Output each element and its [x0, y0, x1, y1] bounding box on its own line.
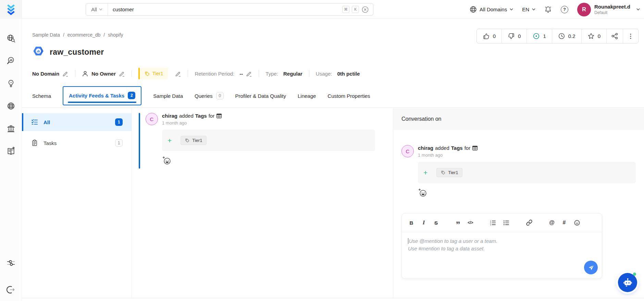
tab-lineage[interactable]: Lineage: [298, 93, 316, 99]
nav-insights[interactable]: [6, 78, 16, 89]
domain-value: No Domain: [32, 71, 59, 77]
conversation-tags-box: + Tier1: [418, 162, 636, 183]
pencil-icon: [175, 70, 181, 77]
breadcrumb: Sample Data / ecommerce_db / shopify: [32, 32, 123, 38]
tab-profiler[interactable]: Profiler & Data Quality: [235, 93, 286, 99]
breadcrumb-schema[interactable]: shopify: [108, 32, 123, 38]
thumbs-up-icon: [483, 32, 490, 40]
more-actions-button[interactable]: [623, 29, 638, 43]
edit-owner-button[interactable]: [119, 70, 125, 77]
tag-label: Tier1: [192, 138, 202, 143]
chevron-down-icon: [636, 8, 640, 11]
activity-content: All 1 Tasks 1 C: [22, 108, 644, 298]
feed-filter-all-label: All: [44, 119, 115, 125]
link-button[interactable]: [526, 219, 533, 226]
user-menu[interactable]: R Rounakpreet.d Default: [577, 3, 640, 16]
downvote-count: 0: [518, 33, 521, 39]
send-button[interactable]: [584, 261, 598, 274]
entity-stats-bar: 0 0 1 0.2 0: [476, 29, 639, 43]
tag-label: Tier1: [448, 170, 458, 175]
upvote-button[interactable]: 0: [477, 29, 501, 43]
conversation-headline: chirag added Tags for: [418, 145, 478, 151]
owner-field: No Owner: [82, 70, 125, 77]
notifications-button[interactable]: [544, 6, 552, 13]
italic-button[interactable]: I: [421, 219, 426, 226]
global-search[interactable]: All customer ⌘ K: [86, 3, 373, 16]
circle-dot-icon: [533, 32, 540, 40]
feed-list: C chirag added Tags for: [132, 108, 393, 298]
domains-dropdown[interactable]: All Domains: [470, 6, 513, 13]
tier-label: Tier1: [152, 71, 163, 76]
language-label: EN: [522, 6, 529, 12]
breadcrumb-database[interactable]: ecommerce_db: [67, 32, 101, 38]
tier-tag[interactable]: Tier1: [138, 68, 168, 79]
tag-chip[interactable]: Tier1: [436, 168, 462, 177]
nav-settings[interactable]: [6, 258, 16, 268]
tag-chip[interactable]: Tier1: [181, 136, 207, 145]
user-icon: [82, 70, 88, 77]
tab-sample-data[interactable]: Sample Data: [153, 93, 183, 99]
downvote-button[interactable]: 0: [501, 29, 527, 43]
search-scope-dropdown[interactable]: All: [86, 3, 108, 15]
owner-value: No Owner: [91, 71, 116, 77]
version-button[interactable]: 0.2: [552, 29, 581, 43]
open-book-icon: [7, 147, 15, 156]
conversations-button[interactable]: 1: [527, 29, 552, 43]
ordered-list-button[interactable]: 1 2 3: [490, 220, 496, 226]
tab-activity-feeds[interactable]: Activity Feeds & Tasks 2: [63, 86, 141, 105]
nav-glossary[interactable]: [6, 146, 16, 156]
assistant-bot-button[interactable]: [618, 273, 637, 292]
feed-item[interactable]: C chirag added Tags for: [139, 113, 381, 165]
add-tag-plus[interactable]: +: [423, 169, 428, 176]
conversation-timestamp: 1 month ago: [418, 153, 478, 158]
code-block-button[interactable]: </>: [468, 220, 473, 225]
domains-label: All Domains: [480, 6, 507, 12]
search-input[interactable]: customer: [108, 6, 342, 12]
feed-item-headline: chirag added Tags for: [162, 113, 222, 119]
feed-all-count-badge: 1: [115, 118, 123, 126]
blockquote-button[interactable]: ”: [455, 219, 461, 226]
activity-count-badge: 2: [128, 92, 135, 99]
ordered-list-icon: 1 2 3: [490, 220, 496, 226]
clear-search-icon[interactable]: [361, 6, 369, 13]
add-reaction-button[interactable]: [162, 156, 172, 165]
language-dropdown[interactable]: EN: [522, 6, 535, 12]
feed-filter-all[interactable]: All 1: [22, 113, 132, 131]
emoji-button[interactable]: [574, 220, 580, 226]
app-logo[interactable]: [0, 0, 22, 19]
logout-button[interactable]: [6, 285, 16, 295]
help-button[interactable]: ?: [561, 6, 568, 13]
hashtag-button[interactable]: #: [561, 220, 567, 226]
sliders-icon: [7, 259, 15, 267]
nav-domains[interactable]: [6, 101, 16, 111]
reply-input[interactable]: Use @mention to tag a user or a team. Us…: [402, 232, 602, 278]
tab-custom-properties[interactable]: Custom Properties: [327, 93, 370, 99]
emoji-icon: [574, 220, 580, 226]
breadcrumb-service[interactable]: Sample Data: [32, 32, 60, 38]
edit-tier-button[interactable]: [175, 70, 181, 77]
feed-tags-box: + Tier1: [162, 130, 375, 151]
checklist-icon: [31, 118, 38, 126]
edit-domain-button[interactable]: [62, 70, 69, 77]
add-reaction-button[interactable]: [418, 188, 428, 197]
share-button[interactable]: [606, 29, 623, 43]
nav-observability[interactable]: [6, 56, 16, 66]
feed-filter-tasks[interactable]: Tasks 1: [22, 134, 132, 152]
k-key-hint: K: [352, 6, 359, 13]
nav-govern[interactable]: [6, 123, 16, 134]
tab-schema[interactable]: Schema: [32, 93, 51, 99]
bold-button[interactable]: B: [409, 220, 414, 226]
svg-text:3: 3: [490, 223, 491, 225]
strikethrough-button[interactable]: S: [433, 220, 439, 226]
tab-queries[interactable]: Queries 0: [195, 92, 224, 100]
nav-explore[interactable]: [6, 33, 16, 43]
table-service-icon: [32, 45, 45, 59]
edit-retention-button[interactable]: [246, 70, 252, 77]
follow-button[interactable]: 0: [581, 29, 606, 43]
conversation-author[interactable]: chirag: [418, 145, 433, 151]
feed-timestamp: 1 month ago: [162, 120, 222, 126]
mention-button[interactable]: @: [549, 220, 555, 226]
feed-author[interactable]: chirag: [162, 113, 177, 119]
add-tag-plus[interactable]: +: [168, 137, 172, 144]
bullet-list-button[interactable]: [503, 220, 509, 226]
